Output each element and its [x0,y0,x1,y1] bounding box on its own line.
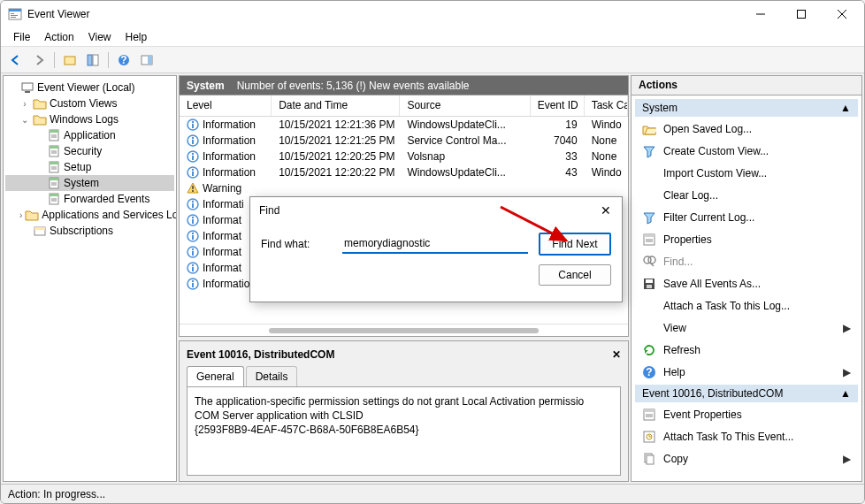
table-row[interactable]: Information10/15/2021 12:21:36 PMWindows… [180,117,628,133]
svg-rect-51 [192,172,194,176]
menu-help[interactable]: Help [119,29,155,45]
maximize-button[interactable] [781,1,822,27]
table-row[interactable]: Information10/15/2021 12:21:25 PMService… [180,133,628,149]
find-next-button[interactable]: Find Next [539,233,611,256]
props-button[interactable] [83,50,103,70]
horizontal-scrollbar[interactable] [180,324,628,336]
app-icon [8,7,22,21]
log-icon [47,144,61,158]
action-import-custom-view[interactable]: Import Custom View... [635,163,858,184]
svg-rect-19 [50,130,58,133]
tree-item-setup[interactable]: Setup [5,159,174,175]
svg-rect-93 [647,455,654,464]
col-date[interactable]: Date and Time [272,95,400,116]
action-view[interactable]: View▶ [635,317,858,339]
tree-item-forwarded-events[interactable]: Forwarded Events [5,191,174,207]
action-create-custom-view[interactable]: Create Custom View... [635,141,858,162]
info-icon [187,278,199,290]
detail-close-icon[interactable]: ✕ [612,348,621,361]
info-icon [187,150,199,163]
svg-rect-15 [148,56,152,65]
props-icon [642,233,656,247]
svg-rect-9 [65,57,75,65]
show-hide-button[interactable] [60,50,80,70]
menu-action[interactable]: Action [37,29,80,45]
col-source[interactable]: Source [400,95,530,116]
action-refresh[interactable]: Refresh [635,340,858,361]
svg-rect-48 [192,156,194,160]
submenu-arrow-icon: ▶ [843,366,851,378]
action-attach-a-task-to-this-log[interactable]: Attach a Task To this Log... [635,295,858,317]
back-button[interactable] [6,50,26,70]
tree-item-windows-logs[interactable]: ⌄Windows Logs [5,111,174,127]
help-button[interactable]: ? [114,50,134,70]
tree-item-custom-views[interactable]: ›Custom Views [5,95,174,111]
action-clear-log[interactable]: Clear Log... [635,185,858,206]
statusbar: Action: In progress... [1,484,864,503]
find-cancel-button[interactable]: Cancel [539,264,611,286]
svg-point-61 [192,233,194,234]
action-copy[interactable]: Copy▶ [635,448,858,470]
task-icon [642,430,656,444]
tree-item-security[interactable]: Security [5,143,174,159]
action-pane-button[interactable] [137,50,157,70]
actions-group-system[interactable]: System ▲ [635,99,858,117]
action-open-saved-log[interactable]: Open Saved Log... [635,118,858,140]
none-icon [642,166,656,180]
svg-rect-65 [192,251,194,256]
find-close-button[interactable]: ✕ [593,198,618,223]
detail-title: Event 10016, DistributedCOM [187,348,334,361]
info-icon [187,262,199,274]
menubar: File Action View Help [1,27,864,47]
props-icon [642,408,656,422]
svg-rect-11 [93,55,98,65]
action-properties[interactable]: Properties [635,229,858,250]
svg-rect-31 [50,178,58,180]
info-icon [187,246,199,258]
tree-item-system[interactable]: System [5,175,174,191]
close-button[interactable] [822,1,862,27]
log-icon [47,128,61,142]
info-icon [187,118,199,131]
warning-icon [187,182,199,195]
svg-rect-17 [25,91,30,93]
tree-item-subscriptions[interactable]: Subscriptions [5,223,174,239]
tree-root[interactable]: Event Viewer (Local) [5,80,174,95]
svg-text:?: ? [646,366,652,378]
find-input[interactable] [342,234,528,254]
tree-item-applications-and-services-lo[interactable]: ›Applications and Services Lo [5,207,174,223]
action-attach-task-to-this-event[interactable]: Attach Task To This Event... [635,426,858,447]
actions-group-event[interactable]: Event 10016, DistributedCOM ▲ [635,385,858,402]
table-row[interactable]: Information10/15/2021 12:20:25 PMVolsnap… [180,149,628,164]
find-what-label: Find what: [261,238,332,250]
action-event-properties[interactable]: Event Properties [635,404,858,425]
tab-details[interactable]: Details [246,366,298,386]
menu-file[interactable]: File [6,29,37,45]
action-save-all-events-as[interactable]: Save All Events As... [635,273,858,294]
svg-rect-85 [644,409,654,412]
titlebar: Event Viewer [1,1,864,27]
tab-general[interactable]: General [187,366,244,386]
folder-icon [33,96,47,111]
tree-item-application[interactable]: Application [5,127,174,143]
col-level[interactable]: Level [180,95,272,116]
menu-view[interactable]: View [81,29,119,45]
forward-button[interactable] [29,50,49,70]
col-task[interactable]: Task Ca [585,95,628,116]
action-help[interactable]: ?Help▶ [635,362,858,383]
svg-point-70 [192,280,194,282]
log-icon [47,176,61,190]
events-header: System Number of events: 5,136 (!) New e… [179,75,629,95]
action-filter-current-log[interactable]: Filter Current Log... [635,207,858,228]
table-row[interactable]: Warning [180,180,628,196]
info-icon [187,198,199,210]
col-eventid[interactable]: Event ID [531,95,585,116]
info-icon [187,214,199,226]
sub-icon [33,224,47,238]
svg-rect-2 [11,13,14,14]
tree-toggle-icon: › [19,99,30,109]
table-row[interactable]: Information10/15/2021 12:20:22 PMWindows… [180,164,628,180]
minimize-button[interactable] [740,1,781,27]
none-icon [642,299,656,313]
copy-icon [642,452,656,466]
